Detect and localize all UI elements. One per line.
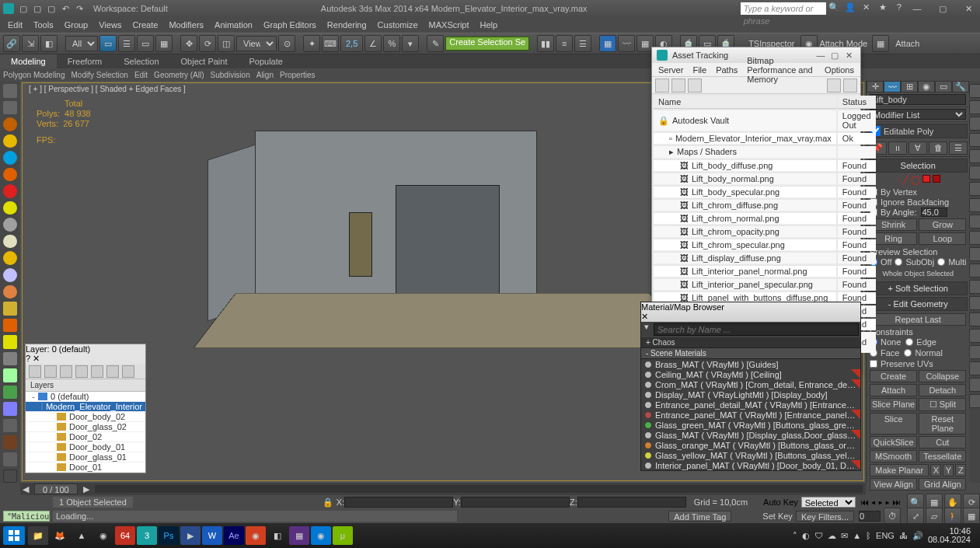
- prev-frame-icon[interactable]: ◀: [871, 497, 876, 507]
- tray-clock[interactable]: 10:46 08.04.2024: [928, 527, 971, 544]
- ribbon-tab-modeling[interactable]: Modeling: [0, 54, 57, 68]
- make-planar-button[interactable]: Make Planar: [870, 464, 929, 476]
- tray-chevron-icon[interactable]: ˄: [793, 531, 797, 541]
- lt-item-icon[interactable]: [3, 352, 17, 366]
- asset-row[interactable]: 🖼Lift_interior_panel_normal.pngFound: [654, 266, 876, 277]
- lt-item-icon[interactable]: [3, 335, 17, 349]
- extra-icon[interactable]: [969, 361, 980, 375]
- new-layer-icon[interactable]: [29, 365, 41, 378]
- ribbon-tab-freeform[interactable]: Freeform: [57, 54, 113, 68]
- by-vertex-checkbox[interactable]: By Vertex: [870, 187, 966, 197]
- tray-icon[interactable]: ✉: [841, 531, 848, 541]
- material-item[interactable]: Glass_MAT ( VRayMtl ) [Display_glass,Doo…: [641, 430, 860, 440]
- modifier-stack[interactable]: Editable Poly: [868, 124, 968, 138]
- time-config-icon[interactable]: ⏱: [884, 508, 901, 525]
- hierarchy-tab-icon[interactable]: ⊞: [901, 81, 918, 92]
- polygon-subobj-icon[interactable]: [922, 175, 930, 183]
- curve-editor-icon[interactable]: 〰: [618, 35, 635, 52]
- layer-row[interactable]: Door_01: [26, 462, 145, 473]
- repeat-last-button[interactable]: Repeat Last: [870, 313, 966, 326]
- spinner-snap-icon[interactable]: ▾: [402, 35, 419, 52]
- unlink-icon[interactable]: ⇲: [22, 35, 39, 52]
- chaos-category[interactable]: + Chaos: [641, 337, 860, 348]
- highlight-layer-icon[interactable]: [91, 365, 103, 378]
- checker-icon[interactable]: ▦: [872, 35, 889, 52]
- show-end-icon[interactable]: ıı: [888, 141, 907, 155]
- extra-icon[interactable]: [969, 394, 980, 408]
- menu-modifiers[interactable]: Modifiers: [169, 20, 204, 30]
- object-name-input[interactable]: [870, 94, 966, 105]
- qat-new-icon[interactable]: ▢: [17, 2, 30, 15]
- coord-z-input[interactable]: [577, 497, 686, 508]
- set-key-button[interactable]: Set Key: [762, 511, 793, 521]
- utilities-tab-icon[interactable]: 🔧: [952, 81, 969, 92]
- layer-row[interactable]: Door_glass_01: [26, 452, 145, 462]
- maximize-button[interactable]: ▢: [931, 4, 954, 14]
- pivot-center-icon[interactable]: ⊙: [278, 35, 295, 52]
- menu-graph editors[interactable]: Graph Editors: [263, 20, 316, 30]
- material-item[interactable]: Entrance_panel_MAT ( VRayMtl ) [Entrance…: [641, 410, 860, 420]
- current-frame-input[interactable]: [859, 511, 881, 522]
- qat-open-icon[interactable]: ▢: [31, 2, 44, 15]
- at-tool-icon[interactable]: [843, 79, 857, 92]
- lt-item-icon[interactable]: [3, 268, 17, 282]
- extra-icon[interactable]: [969, 329, 980, 343]
- lt-item-icon[interactable]: [3, 302, 17, 316]
- menu-animation[interactable]: Animation: [214, 20, 253, 30]
- tray-icon[interactable]: ◐: [802, 531, 810, 541]
- play-icon[interactable]: ▶: [878, 497, 883, 507]
- exchange-icon[interactable]: ✕: [860, 2, 873, 15]
- grow-button[interactable]: Grow: [919, 218, 966, 231]
- taskbar-app-icon[interactable]: ◉: [246, 526, 266, 545]
- constraint-edge-radio[interactable]: Edge: [905, 337, 936, 347]
- selection-rollout-header[interactable]: Selection: [868, 159, 968, 173]
- select-layer-icon[interactable]: [75, 365, 88, 378]
- ribbon-panel-label[interactable]: Align: [256, 71, 274, 79]
- lt-item-icon[interactable]: [3, 452, 17, 466]
- help-button[interactable]: ?: [26, 354, 30, 363]
- asset-row[interactable]: 🖼Lift_chrom_opacity.pngFound: [654, 226, 876, 238]
- extra-icon[interactable]: [969, 215, 980, 229]
- start-button[interactable]: [3, 526, 25, 545]
- app-logo-icon[interactable]: [3, 3, 14, 14]
- asset-row[interactable]: 🖼Lift_body_diffuse.pngFound: [654, 160, 876, 172]
- extra-icon[interactable]: [969, 296, 980, 310]
- scale-icon[interactable]: ◫: [218, 35, 235, 52]
- taskbar-photoshop-icon[interactable]: Ps: [159, 526, 179, 545]
- goto-start-icon[interactable]: ⏮: [860, 497, 869, 507]
- extra-icon[interactable]: [969, 231, 980, 245]
- tray-bluetooth-icon[interactable]: ᛒ: [866, 531, 871, 540]
- vertex-subobj-icon[interactable]: ∴: [895, 175, 901, 185]
- auto-key-button[interactable]: Auto Key: [763, 497, 798, 507]
- extra-icon[interactable]: [969, 117, 980, 131]
- tessellate-button[interactable]: Tessellate: [919, 450, 966, 462]
- asset-row[interactable]: ▸Maps / Shaders: [654, 146, 876, 159]
- loop-button[interactable]: Loop: [919, 232, 966, 245]
- taskbar-firefox-icon[interactable]: 🦊: [50, 526, 70, 545]
- at-tool-icon[interactable]: [671, 79, 685, 92]
- asset-row[interactable]: 🖼Lift_body_specular.pngFound: [654, 187, 876, 198]
- edit-geometry-rollout-header[interactable]: - Edit Geometry: [868, 297, 968, 311]
- coord-y-input[interactable]: [461, 497, 570, 508]
- lt-item-icon[interactable]: [3, 469, 17, 483]
- taskbar-ae-icon[interactable]: Ae: [224, 526, 244, 545]
- reset-plane-button[interactable]: Reset Plane: [919, 413, 966, 435]
- view-align-button[interactable]: View Align: [870, 478, 917, 490]
- material-item[interactable]: Entrance_panel_detail_MAT ( VRayMtl ) [E…: [641, 400, 860, 410]
- extra-icon[interactable]: [969, 378, 980, 392]
- tray-icon[interactable]: ☁: [828, 531, 836, 541]
- layers-window[interactable]: Layer: 0 (default) ? ✕ Layers -0 (defaul…: [25, 344, 146, 473]
- preview-subobj-radio[interactable]: SubObj: [895, 257, 934, 267]
- at-menu-file[interactable]: File: [692, 65, 706, 75]
- edge-subobj-icon[interactable]: ╱: [903, 175, 909, 185]
- asset-row[interactable]: 🖼Lift_chrom_diffuse.pngFound: [654, 200, 876, 211]
- taskbar-explorer-icon[interactable]: 📁: [28, 526, 48, 545]
- menu-rendering[interactable]: Rendering: [327, 20, 367, 30]
- select-object-icon[interactable]: ▭: [99, 35, 117, 52]
- ribbon-panel-label[interactable]: Properties: [280, 71, 316, 79]
- attach-label[interactable]: Attach: [895, 39, 919, 48]
- ribbon-panel-label[interactable]: Modify Selection: [71, 71, 128, 79]
- next-frame-icon[interactable]: ▶: [885, 497, 890, 507]
- cut-button[interactable]: Cut: [919, 436, 966, 449]
- qat-undo-icon[interactable]: ↶: [59, 2, 71, 15]
